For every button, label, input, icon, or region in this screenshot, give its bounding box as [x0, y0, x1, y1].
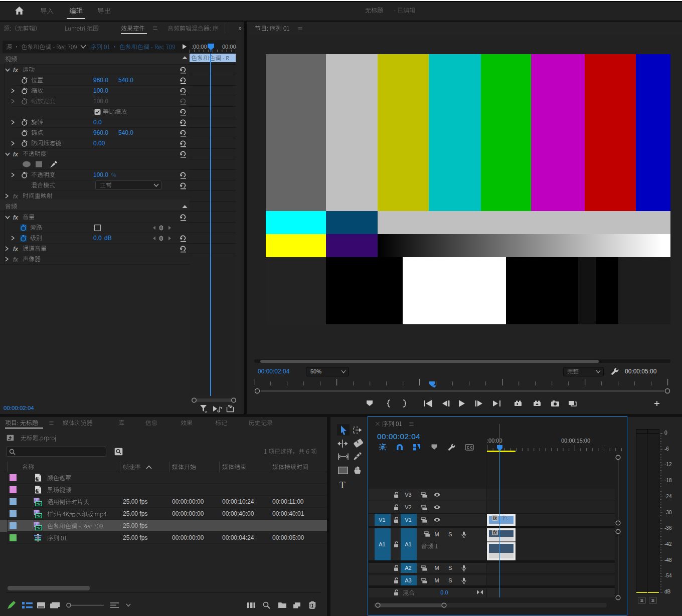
svg-text:T: T — [339, 480, 346, 490]
